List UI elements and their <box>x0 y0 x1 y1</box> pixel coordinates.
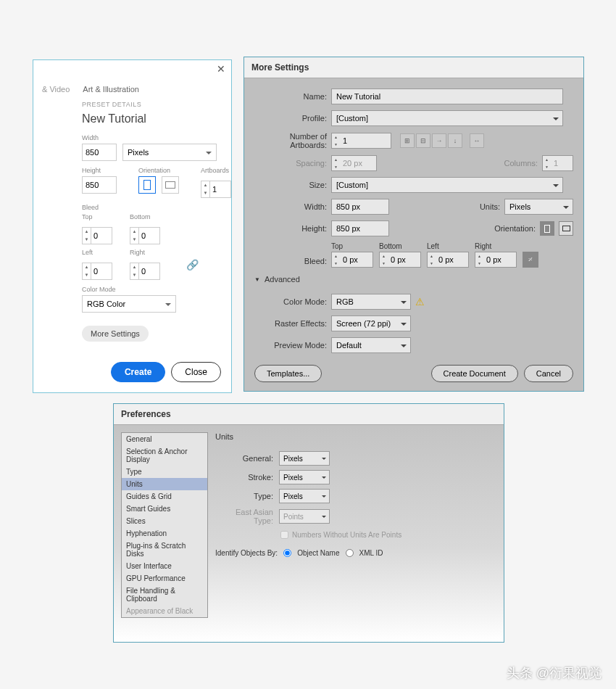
prefs-east-asian-label: East Asian Type: <box>215 508 273 525</box>
color-mode-dropdown[interactable]: RGB Color <box>82 295 176 313</box>
more-orientation-portrait[interactable] <box>540 221 554 236</box>
bleed-bottom-label: Bottom <box>130 213 160 220</box>
prefs-type-dropdown[interactable]: Pixels <box>279 489 330 503</box>
size-label: Size: <box>254 181 327 189</box>
more-settings-panel: More Settings Name: Profile: [Custom] Nu… <box>244 57 584 392</box>
units-dropdown[interactable]: Pixels <box>122 144 217 161</box>
preview-mode-dropdown[interactable]: Default <box>331 337 411 353</box>
more-height-input[interactable] <box>331 220 389 236</box>
bleed-right-stepper[interactable]: ▲▼ <box>130 263 160 280</box>
sidebar-item-plugins[interactable]: Plug-ins & Scratch Disks <box>122 540 207 560</box>
height-input[interactable] <box>82 176 117 194</box>
orientation-portrait-button[interactable] <box>138 176 156 194</box>
orientation-landscape-button[interactable] <box>162 176 179 194</box>
more-bleed-top-stepper[interactable]: ▲▼ <box>331 252 373 268</box>
prefs-general-label: General: <box>215 454 273 463</box>
preferences-sidebar: General Selection & Anchor Display Type … <box>121 432 208 618</box>
more-color-mode-label: Color Mode: <box>254 297 327 306</box>
more-bleed-right-stepper[interactable]: ▲▼ <box>475 252 517 268</box>
columns-label: Columns: <box>504 159 538 168</box>
more-units-label: Units: <box>480 202 500 211</box>
bleed-bottom-stepper[interactable]: ▲▼ <box>130 227 160 244</box>
prefs-east-asian-dropdown: Points <box>279 509 330 524</box>
category-tabs: & Video Art & Illustration <box>42 85 222 94</box>
create-button[interactable]: Create <box>111 362 165 382</box>
bleed-left-stepper[interactable]: ▲▼ <box>82 263 112 280</box>
watermark: 头条 @衍果视觉 <box>507 664 602 682</box>
prefs-radio-object-name-label: Object Name <box>297 549 339 557</box>
sidebar-item-selection[interactable]: Selection & Anchor Display <box>122 445 207 466</box>
close-button[interactable]: Close <box>171 362 221 382</box>
artboards-count-label: Number of Artboards: <box>254 132 327 149</box>
preview-mode-label: Preview Mode: <box>254 341 327 350</box>
advanced-section-header[interactable]: Advanced <box>254 275 573 286</box>
profile-dropdown[interactable]: [Custom] <box>331 110 563 126</box>
sidebar-item-hyphenation[interactable]: Hyphenation <box>122 527 207 540</box>
link-bleed-icon[interactable]: 🔗 <box>186 259 199 271</box>
prefs-radio-xml-id[interactable] <box>346 549 354 557</box>
name-label: Name: <box>254 92 327 101</box>
sidebar-item-smart-guides[interactable]: Smart Guides <box>122 503 207 515</box>
prefs-type-label: Type: <box>215 492 273 500</box>
sidebar-item-guides[interactable]: Guides & Grid <box>122 490 207 503</box>
grid-row-icon[interactable]: ⊞ <box>400 133 415 148</box>
tab-video[interactable]: & Video <box>42 85 70 94</box>
arrange-down-icon[interactable]: ↓ <box>448 133 462 148</box>
more-settings-button[interactable]: More Settings <box>82 326 149 342</box>
more-units-dropdown[interactable]: Pixels <box>504 199 573 215</box>
arrange-ltr-icon[interactable]: ↔ <box>470 133 484 148</box>
tab-art-illustration[interactable]: Art & Illustration <box>83 85 139 94</box>
cancel-button[interactable]: Cancel <box>524 365 573 382</box>
sidebar-item-gpu[interactable]: GPU Performance <box>122 572 207 585</box>
more-orientation-landscape[interactable] <box>559 221 573 236</box>
sidebar-item-type[interactable]: Type <box>122 466 207 478</box>
warning-icon: ⚠ <box>415 296 425 308</box>
artboards-stepper[interactable]: ▲▼ <box>201 181 231 198</box>
artboards-count-stepper[interactable]: ▲▼ <box>331 133 391 149</box>
prefs-radio-object-name[interactable] <box>283 549 291 557</box>
more-orientation-label: Orientation: <box>494 224 536 233</box>
raster-effects-dropdown[interactable]: Screen (72 ppi) <box>331 315 411 331</box>
sidebar-item-general[interactable]: General <box>122 433 207 445</box>
more-color-mode-dropdown[interactable]: RGB <box>331 294 411 310</box>
height-label: Height <box>82 167 117 174</box>
spacing-stepper: ▲▼ <box>331 155 377 171</box>
templates-button[interactable]: Templates... <box>254 365 322 382</box>
more-settings-title: More Settings <box>244 57 583 78</box>
more-height-label: Height: <box>254 224 327 233</box>
sidebar-item-units[interactable]: Units <box>122 478 207 490</box>
more-bleed-right-label: Right <box>475 242 517 250</box>
color-mode-label: Color Mode <box>82 286 222 293</box>
raster-effects-label: Raster Effects: <box>254 319 327 328</box>
width-input[interactable] <box>82 144 117 161</box>
prefs-stroke-label: Stroke: <box>215 473 273 482</box>
more-bleed-bottom-stepper[interactable]: ▲▼ <box>379 252 421 268</box>
document-title[interactable]: New Tutorial <box>82 112 222 125</box>
more-bleed-top-label: Top <box>331 242 373 250</box>
prefs-numbers-label: Numbers Without Units Are Points <box>292 531 401 539</box>
bleed-top-label: Top <box>82 213 112 220</box>
sidebar-item-file-handling[interactable]: File Handling & Clipboard <box>122 585 207 605</box>
more-bleed-left-stepper[interactable]: ▲▼ <box>427 252 469 268</box>
name-input[interactable] <box>331 88 563 104</box>
size-dropdown[interactable]: [Custom] <box>331 177 563 193</box>
sidebar-item-appearance[interactable]: Appearance of Black <box>122 605 207 617</box>
arrange-right-icon[interactable]: → <box>432 133 446 148</box>
more-width-input[interactable] <box>331 199 389 215</box>
prefs-stroke-dropdown[interactable]: Pixels <box>279 470 330 484</box>
sidebar-item-ui[interactable]: User Interface <box>122 560 207 572</box>
grid-col-icon[interactable]: ⊟ <box>416 133 430 148</box>
preferences-title: Preferences <box>114 404 504 425</box>
preferences-panel: Preferences General Selection & Anchor D… <box>113 403 504 643</box>
prefs-section-title: Units <box>215 432 496 441</box>
spacing-label: Spacing: <box>254 159 327 168</box>
more-link-bleed-icon[interactable]: 𝄎 <box>523 252 538 268</box>
bleed-top-stepper[interactable]: ▲▼ <box>82 227 112 244</box>
prefs-identify-label: Identify Objects By: <box>215 549 278 557</box>
create-document-button[interactable]: Create Document <box>431 365 518 382</box>
more-bleed-left-label: Left <box>427 242 469 250</box>
sidebar-item-slices[interactable]: Slices <box>122 515 207 527</box>
profile-label: Profile: <box>254 114 327 123</box>
prefs-general-dropdown[interactable]: Pixels <box>279 451 330 466</box>
close-icon[interactable]: ✕ <box>217 63 225 75</box>
